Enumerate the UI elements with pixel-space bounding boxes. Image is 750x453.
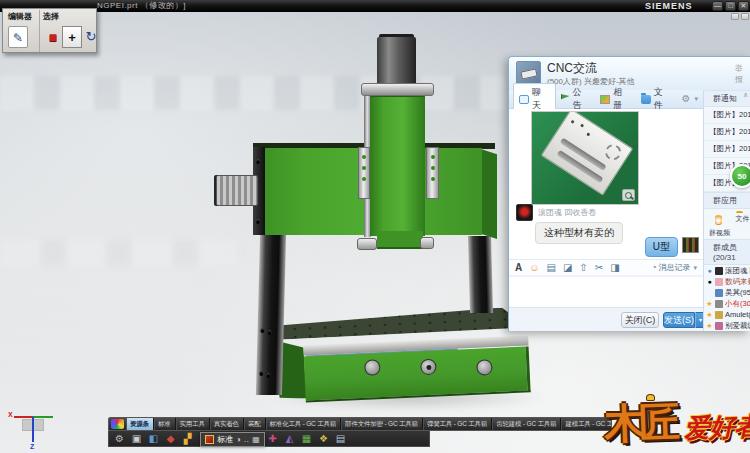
screenshot-scissors-icon[interactable]: ✂ — [595, 260, 603, 275]
send-image-icon[interactable]: ◪ — [563, 260, 572, 275]
gear-icon[interactable]: ⚙ — [113, 432, 126, 445]
group-video-app[interactable]: ◉ 群视频 — [709, 213, 728, 238]
group-apps-header: 群应用 — [704, 192, 750, 209]
send-button[interactable]: 发送(S) — [663, 312, 695, 328]
tab-file-encrypt-gc[interactable]: 部件文件加密 - GC 工具箱 — [341, 418, 423, 430]
sent-image-thumbnail[interactable] — [682, 237, 699, 253]
tab-standardize-gc[interactable]: 标准化工具 - GC 工具箱 — [266, 418, 342, 430]
coupling-nut-left — [357, 238, 377, 250]
z-lower-bracket — [377, 231, 423, 249]
notice-item[interactable]: 【图片】201512 — [704, 107, 750, 124]
avatar — [715, 278, 723, 286]
coupling-nut-right — [420, 237, 434, 249]
editor-group-label: 编辑器 — [8, 11, 32, 22]
nx-window-icon[interactable] — [111, 419, 124, 429]
member-row[interactable]: ★ Amulet(8 — [704, 309, 750, 320]
tab-settings[interactable]: ⚙ ▾ — [677, 92, 703, 106]
command-icon-bar: ⚙ ▣ ◧ ◆ ▞ ✦ ▲ ☰ ◉ ✚ ◭ ▦ ❖ ▤ — [108, 431, 430, 447]
tool-icon[interactable]: ❖ — [317, 432, 330, 445]
tab-standard[interactable]: 标准 — [154, 418, 176, 430]
member-rank-icon: ● — [706, 267, 713, 274]
notice-item[interactable]: 【图片】201512 — [704, 141, 750, 158]
font-icon[interactable]: A — [515, 260, 522, 275]
group-files-app[interactable]: 文件 — [734, 213, 750, 238]
sent-row: U型 — [645, 237, 699, 257]
emoji-package-icon[interactable]: ▤ — [546, 260, 555, 275]
zoom-photo-icon[interactable] — [622, 189, 635, 201]
received-message: 这种型材有卖的 — [535, 222, 623, 244]
standard-mini-toolbar[interactable]: 标准 ◑ ‥ ▦ — [200, 432, 265, 447]
group-video-label: 群视频 — [709, 229, 730, 236]
collapse-sidebar-icon[interactable]: ∧ — [743, 91, 748, 99]
folder-icon — [641, 95, 651, 104]
chip-icon[interactable]: ▦ — [252, 435, 260, 444]
flag-icon — [561, 94, 570, 104]
sender-name: 滚团魂 回收香卷 — [538, 207, 596, 218]
solid-select-icon[interactable]: ■ — [43, 26, 63, 48]
panel-divider — [39, 10, 40, 52]
star-rank-icon: ★ — [706, 311, 713, 319]
linear-rail-right — [426, 147, 439, 199]
sender-row: 滚团魂 回收香卷 — [516, 204, 596, 221]
member-row[interactable]: ● 滚团魂 回 — [704, 265, 750, 276]
right-column — [468, 236, 493, 313]
message-input[interactable] — [509, 277, 703, 307]
logo-emblem: 木匠 — [603, 395, 675, 452]
snap-point-icon[interactable]: ↻ — [81, 26, 101, 48]
z-motor-flange — [361, 83, 434, 96]
close-chat-button[interactable]: 关闭(C) — [621, 312, 659, 328]
member-row[interactable]: ★ 别爱裁缝 — [704, 320, 750, 331]
z-axis — [32, 417, 34, 442]
floating-level-badge[interactable]: 50 — [730, 164, 750, 188]
tab-true-shading[interactable]: 真实着色 — [210, 418, 244, 430]
star-rank-icon: ★ — [706, 300, 713, 308]
tool-icon[interactable]: ▞ — [181, 432, 194, 445]
gantry-right-side — [480, 146, 497, 239]
tool-icon[interactable]: ▤ — [334, 432, 347, 445]
chat-message-area: 滚团魂 回收香卷 这种型材有卖的 U型 — [509, 109, 703, 259]
tab-assembly[interactable]: 装配 — [244, 418, 266, 430]
report-link[interactable]: 举报 — [735, 63, 750, 85]
chip-icon[interactable]: ◑ — [236, 435, 241, 444]
chip-icon[interactable]: ‥ — [244, 435, 249, 444]
tab-resource-bar[interactable]: 资源条 — [126, 418, 154, 430]
tab-spring-gc[interactable]: 弹簧工具 - GC 工具箱 — [423, 418, 492, 430]
toolbar-tab-bar: 资源条 标准 实用工具 真实着色 装配 标准化工具 - GC 工具箱 部件文件加… — [108, 417, 612, 431]
tool-icon[interactable]: ▦ — [300, 432, 313, 445]
avatar — [715, 300, 723, 308]
video-icon: ◉ — [715, 215, 723, 225]
group-apps: ◉ 群视频 文件 — [704, 209, 750, 239]
group-sidebar: ∧ 群通知 【图片】201512 【图片】201512 【图片】201512 【… — [703, 90, 750, 331]
chevron-down-icon: ▾ — [694, 95, 698, 103]
tab-utility-tools[interactable]: 实用工具 — [176, 418, 210, 430]
shared-photo-message[interactable] — [531, 111, 639, 205]
clock-icon: ◔ — [652, 263, 657, 272]
chip-app-icon — [205, 435, 214, 444]
notice-item[interactable]: 【图片】201512 — [704, 124, 750, 141]
member-row[interactable]: ● 数码来购 — [704, 276, 750, 287]
send-file-icon[interactable]: ⇧ — [579, 260, 587, 275]
add-select-icon[interactable]: + — [62, 26, 82, 48]
member-rank-icon: ● — [706, 278, 713, 285]
tool-icon[interactable]: ◭ — [283, 432, 296, 445]
screenshot-root: NGPEI.prt （修改的）] SIEMENS — □ ✕ — [0, 0, 750, 453]
panels-icon[interactable]: ▣ — [130, 432, 143, 445]
tool-icon[interactable]: ◆ — [164, 432, 177, 445]
message-history[interactable]: ◔ 消息记录 ▾ — [652, 262, 697, 273]
edit-document-icon[interactable]: ✎ — [8, 26, 28, 48]
chat-bubble-icon — [519, 95, 529, 104]
avatar — [715, 311, 723, 319]
member-row[interactable]: ★ 小有(307 — [704, 298, 750, 309]
sender-avatar[interactable] — [516, 204, 533, 221]
emoticon-icon[interactable]: ☺ — [529, 260, 539, 275]
base-front-face — [304, 346, 531, 402]
remote-desktop-icon[interactable]: ◨ — [610, 260, 619, 275]
photo-linear-stage — [541, 111, 634, 196]
tab-gear-gc[interactable]: 齿轮建模 - GC 工具箱 — [492, 418, 561, 430]
tool-icon[interactable]: ◧ — [147, 432, 160, 445]
button-row: 关闭(C) 发送(S) ▾ — [509, 307, 703, 331]
left-column — [256, 233, 286, 395]
chip-label: 标准 — [217, 434, 233, 445]
member-row[interactable]: 吴其(953 — [704, 287, 750, 298]
tool-icon[interactable]: ✚ — [266, 432, 279, 445]
